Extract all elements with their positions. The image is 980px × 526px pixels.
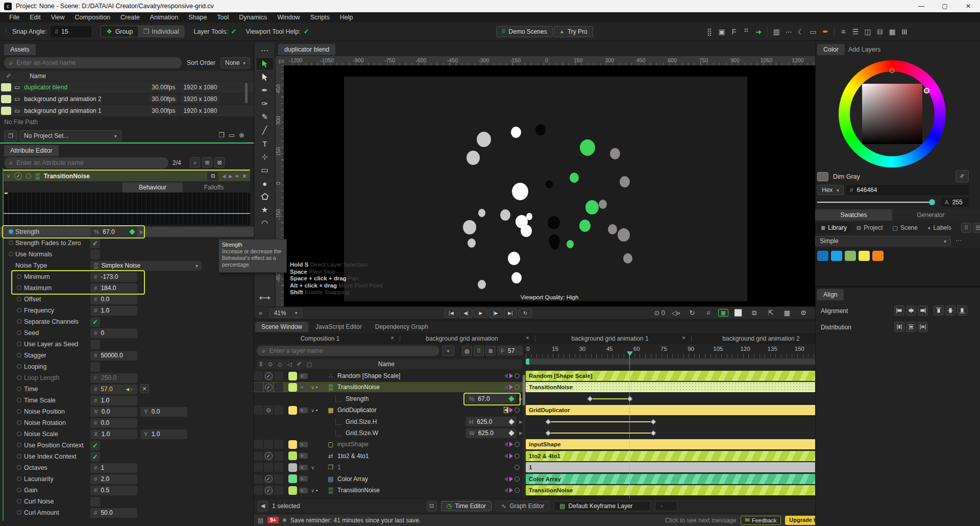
enable-cell[interactable]: ✓: [264, 451, 273, 461]
search-options-icon[interactable]: ⌕: [190, 157, 200, 168]
layer-tag-icon[interactable]: [299, 488, 308, 493]
folder-icon[interactable]: ❐: [218, 131, 225, 139]
close-button[interactable]: ✕: [957, 0, 980, 12]
prev-frame-button[interactable]: ◀|: [459, 308, 473, 318]
layer-search[interactable]: ⌕: [257, 346, 439, 356]
tab-scene-window[interactable]: Scene Window: [255, 322, 308, 332]
demo-scenes-button[interactable]: ⠿ Demo Scenes: [496, 26, 553, 37]
enable-cell[interactable]: [264, 440, 273, 449]
close-tab-icon[interactable]: ×: [682, 334, 685, 342]
tab-behaviour[interactable]: Behaviour: [122, 182, 183, 193]
audio-icon[interactable]: ◁»: [669, 309, 682, 317]
tab-generator[interactable]: Generator: [892, 209, 969, 221]
tab-dependency-graph[interactable]: Dependency Graph: [369, 322, 434, 332]
keyframe-diamond-icon[interactable]: [508, 430, 514, 436]
layout-columns-icon[interactable]: ◫: [862, 28, 874, 36]
extra-cell[interactable]: [274, 486, 283, 495]
extra-cell[interactable]: [274, 451, 283, 461]
palette-options-icon[interactable]: ⋯: [955, 237, 962, 244]
prev-keyframe-icon[interactable]: [504, 408, 508, 413]
enable-cell[interactable]: ✓: [264, 486, 273, 495]
attr-value-field[interactable]: F250.0: [90, 373, 137, 383]
align-button-4[interactable]: [945, 305, 955, 316]
keyframe-radio[interactable]: [17, 285, 21, 290]
enable-cell[interactable]: ✓: [264, 382, 273, 392]
keyframe-radio[interactable]: [17, 297, 21, 301]
prev-keyframe-icon[interactable]: [504, 442, 508, 447]
play-button[interactable]: ▶: [474, 308, 487, 318]
theme-moon-icon[interactable]: ☾: [795, 28, 807, 36]
menu-edit[interactable]: Edit: [26, 13, 45, 22]
console-icon[interactable]: ▤: [258, 517, 263, 524]
lock-cell[interactable]: [254, 451, 263, 461]
asset-row[interactable]: ▭background grid animation 230.00fps1920…: [0, 93, 254, 105]
keyframe-diamond[interactable]: [650, 419, 656, 424]
attr-row-curl-amount[interactable]: Curl Amount#50.0: [0, 508, 254, 518]
refresh-icon[interactable]: ↻: [685, 309, 699, 317]
keyframe-radio[interactable]: [17, 330, 21, 335]
enable-cell[interactable]: [264, 463, 273, 472]
attr-value-field[interactable]: #2.0: [90, 474, 137, 484]
layout-panel-icon[interactable]: ▥: [770, 28, 782, 36]
attribute-search[interactable]: ⌕: [4, 157, 168, 169]
tag-icon[interactable]: ▢: [306, 361, 311, 368]
swatch[interactable]: [831, 251, 842, 261]
onion-skin-icon[interactable]: ◍: [462, 346, 472, 356]
keyframe-radio[interactable]: [17, 353, 21, 357]
close-node-icon[interactable]: ✕: [242, 173, 247, 180]
next-keyframe-icon[interactable]: [509, 453, 513, 459]
resize-handle-tool[interactable]: ⟷: [256, 291, 274, 304]
grid-view-icon[interactable]: ⠿: [961, 223, 971, 233]
checker-icon[interactable]: ▩: [780, 309, 794, 317]
remove-keyframe-icon[interactable]: ✕: [140, 384, 149, 393]
expander-icon[interactable]: ∨ •: [311, 488, 326, 493]
attr-row-noise-scale[interactable]: Noise ScaleX1.0Y1.0: [0, 429, 254, 439]
menu-animation[interactable]: Animation: [146, 13, 183, 22]
asset-search-input[interactable]: [16, 59, 177, 66]
asset-color-chip[interactable]: [1, 83, 11, 91]
retarget-icon[interactable]: ⧉: [207, 171, 219, 181]
visibility-icon[interactable]: ⊙: [268, 361, 273, 368]
loop-button[interactable]: ↻: [519, 308, 532, 318]
sort-order-dropdown[interactable]: None▾: [220, 57, 250, 68]
comp-tab[interactable]: background grid animation 1: [549, 335, 671, 342]
current-color-chip[interactable]: [817, 172, 828, 181]
asset-color-chip[interactable]: [1, 95, 11, 103]
individual-button[interactable]: ❒ Individual: [138, 26, 184, 37]
keyframe-radio[interactable]: [17, 319, 21, 324]
viewport-tab[interactable]: duplicator blend: [278, 44, 335, 55]
keyframe-diamond-icon[interactable]: [508, 419, 514, 424]
align-button-3[interactable]: [934, 305, 944, 316]
keyframe-layer-dropdown[interactable]: ▤ Default Keyframe Layer: [554, 501, 651, 511]
skip-end-button[interactable]: ▶|: [504, 308, 517, 318]
layer-check-icon[interactable]: ✓: [265, 372, 273, 380]
attribute-search-input[interactable]: [16, 159, 163, 166]
next-keyframe-icon[interactable]: ▶: [519, 396, 523, 401]
keyframe-radio[interactable]: [9, 241, 13, 245]
text-tool[interactable]: T: [256, 137, 274, 150]
asset-search[interactable]: ⌕: [4, 57, 182, 68]
tab-attribute-editor[interactable]: Attribute Editor: [4, 145, 59, 156]
feedback-button[interactable]: ✉ Feedback: [741, 516, 781, 525]
snap-angle-input[interactable]: # 15: [51, 26, 91, 37]
tab-color[interactable]: Color: [817, 44, 845, 55]
node-header[interactable]: ∨ ✓ ▒ TransitionNoise ⧉ ◀ ▶ ⌖ ✕: [4, 170, 250, 181]
kf-next-icon[interactable]: ▶: [229, 174, 232, 179]
attr-row-time[interactable]: Time#57.0◀▶✕: [0, 384, 254, 394]
layer-row-gridduplicator[interactable]: ⊙∨ •▦GridDuplicator: [254, 405, 526, 415]
menu-tool[interactable]: Tool: [213, 13, 233, 22]
attr-value-field[interactable]: #1.0: [90, 306, 137, 316]
prev-keyframe-icon[interactable]: [504, 488, 508, 493]
layer-row-transitionnoise[interactable]: ✓∨ •▒TransitionNoise: [254, 382, 526, 392]
panel-divider[interactable]: [0, 142, 254, 144]
strength-graph[interactable]: [4, 193, 250, 225]
layer-color-chip[interactable]: [288, 451, 297, 460]
enable-cell[interactable]: ✓: [264, 371, 273, 380]
keyframe-radio[interactable]: [17, 454, 21, 459]
keyframe-radio[interactable]: [17, 375, 21, 380]
attr-row-minimum[interactable]: Minimum#-173.0: [0, 272, 254, 282]
attr-value-field[interactable]: #50.0: [90, 508, 137, 518]
close-tab-icon[interactable]: ×: [526, 334, 529, 342]
dot-grid-icon[interactable]: ⠛: [740, 28, 752, 36]
render-icon[interactable]: ◇: [278, 361, 282, 368]
